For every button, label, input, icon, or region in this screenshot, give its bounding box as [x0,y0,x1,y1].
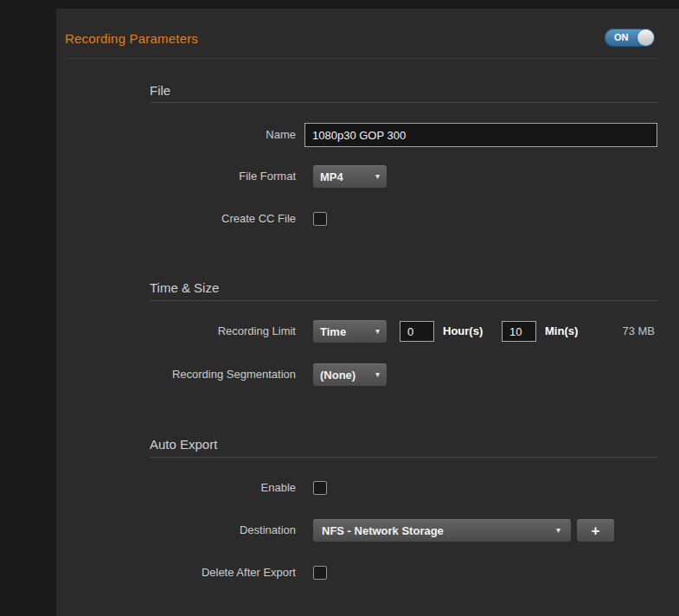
destination-label: Destination [56,523,296,536]
delete-after-export-checkbox[interactable] [313,566,327,580]
file-format-dropdown[interactable]: MP4 ▾ [313,165,387,188]
add-destination-button[interactable]: + [577,519,614,542]
minutes-unit-label: Min(s) [545,324,578,337]
destination-dropdown[interactable]: NFS - Network Storage ▾ [313,519,571,542]
hours-unit-label: Hour(s) [443,324,483,337]
create-cc-label: Create CC File [56,212,296,225]
plus-icon: + [592,523,600,538]
recording-segmentation-value: (None) [320,369,356,382]
recording-limit-mode-dropdown[interactable]: Time ▾ [313,320,387,343]
name-input[interactable] [304,123,657,147]
section-heading-time-size: Time & Size [150,280,219,295]
recording-limit-mode-value: Time [320,325,346,338]
recording-limit-label: Recording Limit [56,324,296,337]
delete-after-export-label: Delete After Export [56,566,296,579]
section-heading-file: File [150,83,170,98]
auto-export-section-divider [150,457,657,458]
estimated-size-text: 73 MB [622,324,655,337]
hours-input[interactable] [400,321,434,342]
file-format-label: File Format [56,170,296,183]
title-divider [65,58,657,59]
recording-segmentation-label: Recording Segmentation [56,368,296,381]
toggle-on-label: ON [614,32,629,42]
page-title: Recording Parameters [65,31,198,46]
destination-value: NFS - Network Storage [322,524,444,537]
section-heading-auto-export: Auto Export [150,437,217,452]
recording-segmentation-dropdown[interactable]: (None) ▾ [313,363,387,386]
enable-checkbox[interactable] [313,481,327,495]
caret-down-icon: ▾ [375,327,380,336]
recording-parameters-toggle[interactable]: ON [605,29,655,47]
name-label: Name [56,128,296,141]
enable-label: Enable [56,481,296,494]
caret-down-icon: ▾ [375,172,380,181]
file-section-divider [150,102,657,103]
page-background: Recording Parameters ON File Name File F… [0,0,679,616]
recording-parameters-panel: Recording Parameters ON File Name File F… [56,9,679,616]
time-size-section-divider [150,300,657,301]
caret-down-icon: ▾ [375,370,380,379]
file-format-value: MP4 [320,170,343,183]
minutes-input[interactable] [502,321,536,342]
create-cc-checkbox[interactable] [313,212,327,226]
caret-down-icon: ▾ [556,526,560,535]
toggle-knob-icon [637,29,654,46]
